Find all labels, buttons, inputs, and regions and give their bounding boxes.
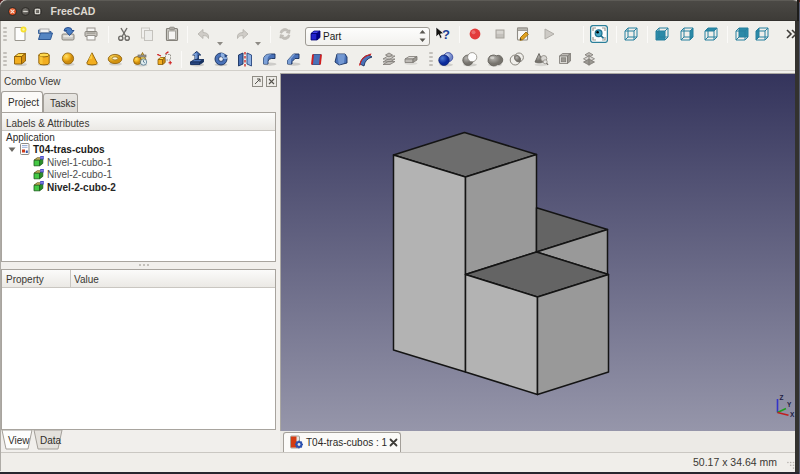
svg-text:Y: Y [787,401,792,408]
svg-text:?: ? [442,27,450,42]
svg-text:Z: Z [780,394,784,401]
